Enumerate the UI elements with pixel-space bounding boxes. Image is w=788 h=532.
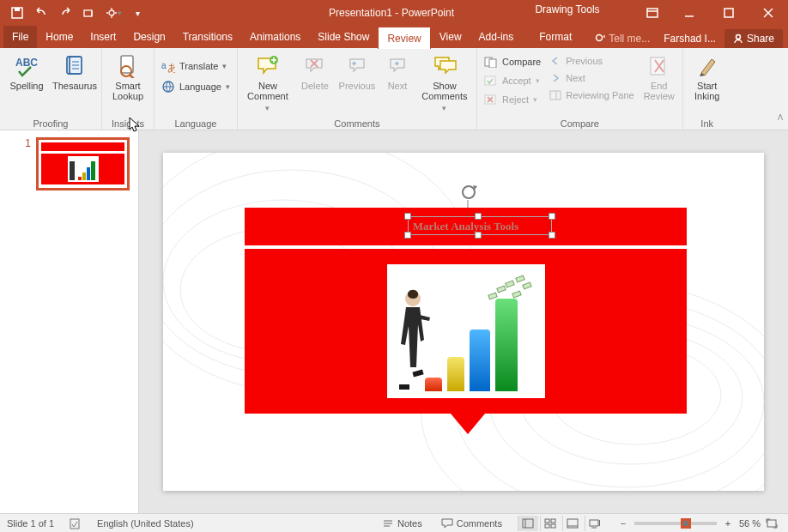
businessman-graphic: [394, 288, 430, 391]
qat-customize-button[interactable]: ▾: [127, 3, 148, 23]
spelling-label: Spelling: [9, 81, 43, 91]
compare-next-button: Next: [546, 70, 638, 86]
show-comments-button[interactable]: Show Comments ▾: [416, 51, 473, 115]
chart-image[interactable]: [387, 264, 545, 398]
reading-view-button[interactable]: [562, 516, 583, 531]
share-button[interactable]: Share: [724, 29, 783, 48]
thesaurus-button[interactable]: Thesaurus: [52, 51, 98, 93]
account-name[interactable]: Farshad I...: [658, 33, 721, 45]
thumbnail-number: 1: [25, 137, 31, 190]
smart-lookup-button[interactable]: Smart Lookup: [106, 51, 150, 103]
spelling-button[interactable]: ABC Spelling: [3, 51, 50, 93]
thumbnail-preview[interactable]: [36, 137, 130, 190]
tab-review[interactable]: Review: [378, 27, 430, 49]
compare-label: Compare: [502, 57, 541, 67]
zoom-slider-thumb[interactable]: [681, 518, 691, 529]
svg-rect-4: [647, 9, 658, 17]
group-comments: New Comment ▾ Delete Previous Next Show …: [238, 48, 477, 130]
zoom-level[interactable]: 56 %: [739, 518, 761, 529]
content-shape[interactable]: [245, 249, 687, 414]
language-label: Language: [179, 82, 221, 92]
slide-sorter-view-button[interactable]: [540, 516, 561, 531]
slideshow-view-button[interactable]: [585, 516, 605, 531]
redo-button[interactable]: [55, 3, 76, 23]
group-proofing: ABC Spelling Thesaurus Proofing: [0, 48, 102, 130]
svg-rect-30: [489, 59, 496, 68]
tab-file[interactable]: File: [3, 26, 37, 48]
collapse-ribbon-button[interactable]: ᐱ: [778, 113, 783, 122]
slide-indicator[interactable]: Slide 1 of 1: [7, 518, 54, 529]
ribbon-display-options-button[interactable]: [635, 0, 670, 26]
normal-view-button[interactable]: [518, 516, 538, 531]
touch-mouse-mode-button[interactable]: ▾: [103, 3, 124, 23]
start-inking-button[interactable]: Start Inking: [687, 51, 728, 103]
tab-addins[interactable]: Add-ins: [470, 26, 523, 48]
comments-button[interactable]: Comments: [438, 515, 506, 532]
svg-rect-2: [84, 10, 92, 16]
delete-comment-label: Delete: [301, 81, 329, 91]
chart-bar-red: [425, 378, 442, 391]
start-from-beginning-button[interactable]: [79, 3, 100, 23]
tab-view[interactable]: View: [431, 26, 470, 48]
title-shape[interactable]: Market Analysis Tools: [245, 208, 687, 245]
start-inking-icon: [696, 53, 718, 79]
slide[interactable]: Market Analysis Tools: [163, 153, 764, 491]
language-button[interactable]: Language: [158, 77, 233, 96]
tab-home[interactable]: Home: [37, 26, 82, 48]
compare-icon: [484, 56, 498, 68]
notes-button[interactable]: Notes: [379, 515, 426, 532]
rotation-handle-icon[interactable]: [459, 183, 478, 202]
thesaurus-icon: [64, 53, 86, 79]
group-language-label: Language: [158, 117, 233, 130]
tab-slideshow[interactable]: Slide Show: [309, 26, 378, 48]
mouse-cursor-icon: [129, 117, 141, 132]
end-review-button: End Review: [639, 51, 679, 103]
compare-button[interactable]: Compare: [481, 53, 544, 70]
next-comment-button: Next: [380, 51, 415, 93]
tab-animations[interactable]: Animations: [241, 26, 309, 48]
tab-transitions[interactable]: Transitions: [174, 26, 241, 48]
show-comments-label: Show Comments: [418, 81, 471, 101]
slide-canvas-area[interactable]: Market Analysis Tools: [139, 130, 788, 513]
svg-point-3: [109, 10, 114, 15]
zoom-in-button[interactable]: +: [722, 518, 734, 529]
svg-rect-67: [599, 520, 600, 526]
save-button[interactable]: [7, 3, 27, 23]
group-insights-label: Insights: [106, 117, 150, 130]
tab-format[interactable]: Format: [530, 26, 580, 48]
previous-comment-label: Previous: [339, 81, 376, 91]
maximize-button[interactable]: [709, 0, 749, 26]
group-compare-label: Compare: [481, 117, 679, 130]
tab-design[interactable]: Design: [124, 26, 173, 48]
view-buttons: [518, 516, 605, 531]
delete-comment-button: Delete: [296, 51, 334, 93]
svg-line-20: [130, 75, 135, 78]
undo-button[interactable]: [31, 3, 52, 23]
fit-to-window-button[interactable]: [766, 518, 781, 529]
tell-me-label: Tell me...: [609, 33, 650, 45]
svg-rect-57: [523, 519, 533, 528]
new-comment-button[interactable]: New Comment ▾: [241, 51, 294, 115]
spellcheck-status[interactable]: [66, 515, 85, 532]
svg-rect-51: [399, 384, 409, 390]
quick-access-toolbar: ▾ ▾: [0, 3, 148, 23]
translate-button[interactable]: aあTranslate: [158, 57, 233, 76]
reviewing-pane-label: Reviewing Pane: [566, 90, 634, 100]
tell-me-search[interactable]: Tell me...: [590, 33, 655, 45]
svg-rect-31: [485, 76, 495, 85]
close-button[interactable]: [749, 0, 788, 26]
group-ink-label: Ink: [687, 117, 728, 130]
zoom-slider[interactable]: [634, 522, 717, 525]
group-ink: Start Inking Ink: [683, 48, 731, 130]
zoom-out-button[interactable]: −: [617, 518, 629, 529]
thumbnail-slide-1[interactable]: 1: [25, 137, 130, 190]
language-status[interactable]: English (United States): [97, 518, 194, 529]
thumbnail-pane[interactable]: 1: [0, 130, 139, 513]
tab-insert[interactable]: Insert: [82, 26, 124, 48]
slide-title-text[interactable]: Market Analysis Tools: [413, 220, 519, 233]
next-icon: [549, 73, 561, 83]
notes-label: Notes: [397, 518, 422, 529]
minimize-button[interactable]: [670, 0, 709, 26]
group-compare: Compare Accept Reject Previous Next Revi…: [477, 48, 683, 130]
new-comment-label: New Comment: [243, 81, 293, 101]
